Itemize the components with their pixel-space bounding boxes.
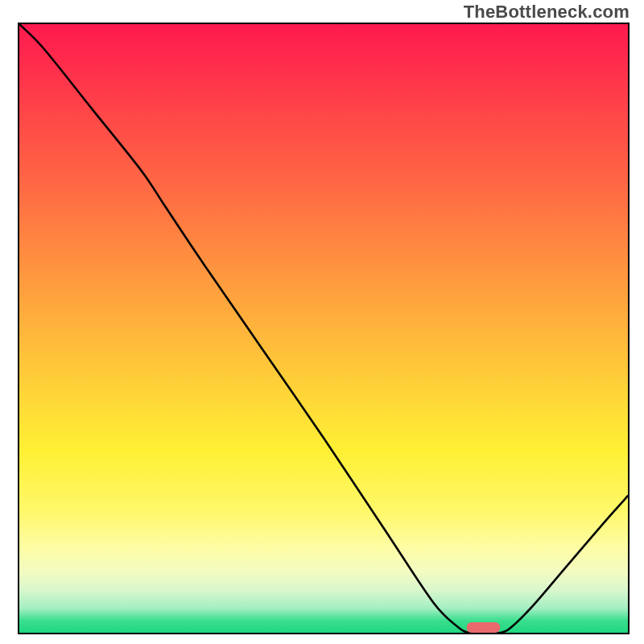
chart-container: TheBottleneck.com <box>0 0 644 644</box>
plot-area <box>18 23 630 634</box>
optimal-marker <box>19 24 628 633</box>
svg-rect-0 <box>467 622 501 633</box>
watermark-text: TheBottleneck.com <box>464 2 630 23</box>
